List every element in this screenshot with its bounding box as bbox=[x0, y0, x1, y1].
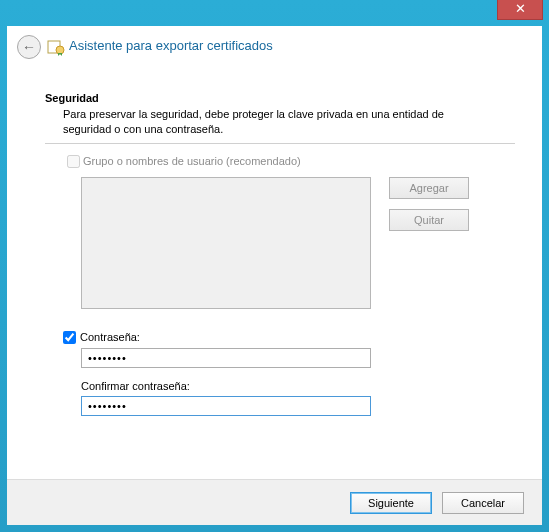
password-input[interactable] bbox=[81, 348, 371, 368]
svg-point-1 bbox=[56, 46, 64, 54]
security-heading: Seguridad bbox=[45, 92, 515, 104]
confirm-password-input[interactable] bbox=[81, 396, 371, 416]
use-password-checkbox[interactable] bbox=[63, 331, 76, 344]
password-label: Contraseña: bbox=[80, 331, 140, 343]
wizard-footer: Siguiente Cancelar bbox=[7, 479, 542, 525]
wizard-header: ← Asistente para exportar certificados bbox=[7, 26, 542, 70]
wizard-title: Asistente para exportar certificados bbox=[69, 38, 273, 53]
confirm-password-label: Confirmar contraseña: bbox=[81, 380, 515, 392]
arrow-left-icon: ← bbox=[22, 40, 36, 54]
wizard-content: Seguridad Para preservar la seguridad, d… bbox=[45, 92, 515, 416]
next-button[interactable]: Siguiente bbox=[350, 492, 432, 514]
group-option-row: Grupo o nombres de usuario (recomendado) bbox=[63, 152, 515, 171]
close-button[interactable]: ✕ bbox=[497, 0, 543, 20]
window-chrome: ✕ ← Asistente para exportar certificados… bbox=[0, 0, 549, 532]
titlebar: ✕ bbox=[0, 0, 549, 26]
principals-area: Agregar Quitar bbox=[81, 177, 515, 315]
close-icon: ✕ bbox=[515, 1, 526, 16]
group-names-checkbox bbox=[67, 155, 80, 168]
group-names-label: Grupo o nombres de usuario (recomendado) bbox=[83, 155, 301, 167]
principals-listbox bbox=[81, 177, 371, 309]
password-section: Contraseña: Confirmar contraseña: bbox=[63, 331, 515, 416]
remove-button: Quitar bbox=[389, 209, 469, 231]
add-button: Agregar bbox=[389, 177, 469, 199]
cancel-button[interactable]: Cancelar bbox=[442, 492, 524, 514]
principals-buttons: Agregar Quitar bbox=[389, 177, 469, 241]
back-button[interactable]: ← bbox=[17, 35, 41, 59]
security-description: Para preservar la seguridad, debe proteg… bbox=[63, 107, 463, 137]
separator bbox=[45, 143, 515, 144]
client-area: ← Asistente para exportar certificados S… bbox=[7, 26, 542, 525]
password-option-row: Contraseña: bbox=[63, 331, 515, 344]
certificate-wizard-icon bbox=[47, 38, 65, 56]
